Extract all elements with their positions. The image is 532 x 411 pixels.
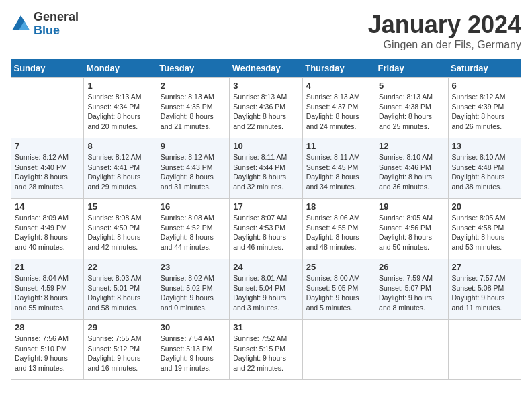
sunset-text: Sunset: 5:07 PM — [379, 284, 431, 292]
week-row-3: 21Sunrise: 8:04 AMSunset: 4:59 PMDayligh… — [11, 259, 521, 320]
day-detail: Sunrise: 8:08 AMSunset: 4:52 PMDaylight:… — [161, 213, 226, 253]
day-detail: Sunrise: 8:10 AMSunset: 4:46 PMDaylight:… — [379, 152, 444, 192]
table-row: 16Sunrise: 8:08 AMSunset: 4:52 PMDayligh… — [157, 199, 229, 259]
sunset-text: Sunset: 4:45 PM — [306, 163, 359, 171]
sunset-text: Sunset: 4:43 PM — [161, 163, 213, 171]
sunset-text: Sunset: 5:04 PM — [233, 284, 285, 292]
day-detail: Sunrise: 8:12 AMSunset: 4:40 PMDaylight:… — [15, 152, 80, 192]
day-number: 7 — [15, 141, 80, 151]
daylight-text: Daylight: 8 hours and 40 minutes. — [15, 233, 68, 251]
day-detail: Sunrise: 8:06 AMSunset: 4:55 PMDaylight:… — [306, 213, 371, 253]
sunrise-text: Sunrise: 8:12 AM — [15, 153, 69, 161]
sunset-text: Sunset: 4:52 PM — [161, 224, 213, 232]
day-number: 28 — [15, 322, 80, 332]
day-number: 8 — [87, 141, 152, 151]
day-detail: Sunrise: 8:02 AMSunset: 5:02 PMDaylight:… — [161, 273, 226, 313]
table-row: 1Sunrise: 8:13 AMSunset: 4:34 PMDaylight… — [84, 78, 157, 138]
daylight-text: Daylight: 8 hours and 53 minutes. — [452, 233, 505, 251]
day-number: 30 — [161, 322, 226, 332]
daylight-text: Daylight: 9 hours and 8 minutes. — [379, 293, 432, 312]
sunset-text: Sunset: 4:58 PM — [452, 224, 504, 232]
sunrise-text: Sunrise: 8:04 AM — [15, 274, 69, 282]
sunset-text: Sunset: 5:02 PM — [161, 284, 213, 292]
sunset-text: Sunset: 5:01 PM — [87, 284, 140, 292]
day-number: 26 — [379, 262, 444, 272]
day-detail: Sunrise: 8:05 AMSunset: 4:58 PMDaylight:… — [452, 213, 517, 253]
day-detail: Sunrise: 8:13 AMSunset: 4:34 PMDaylight:… — [87, 92, 152, 132]
sunset-text: Sunset: 4:53 PM — [233, 224, 285, 232]
week-row-2: 14Sunrise: 8:09 AMSunset: 4:49 PMDayligh… — [11, 199, 521, 259]
day-detail: Sunrise: 7:59 AMSunset: 5:07 PMDaylight:… — [379, 273, 444, 313]
table-row: 12Sunrise: 8:10 AMSunset: 4:46 PMDayligh… — [375, 138, 448, 199]
sunset-text: Sunset: 4:39 PM — [452, 103, 504, 111]
day-detail: Sunrise: 7:57 AMSunset: 5:08 PMDaylight:… — [452, 273, 517, 313]
day-number: 20 — [452, 201, 517, 212]
daylight-text: Daylight: 8 hours and 21 minutes. — [161, 112, 214, 130]
day-detail: Sunrise: 8:13 AMSunset: 4:36 PMDaylight:… — [233, 92, 298, 132]
sunset-text: Sunset: 5:13 PM — [161, 345, 213, 353]
day-number: 1 — [87, 81, 152, 91]
sunset-text: Sunset: 4:38 PM — [379, 103, 431, 111]
table-row: 4Sunrise: 8:13 AMSunset: 4:37 PMDaylight… — [302, 78, 375, 138]
logo-general-text: General — [34, 11, 79, 24]
sunrise-text: Sunrise: 7:55 AM — [87, 334, 141, 342]
day-detail: Sunrise: 7:54 AMSunset: 5:13 PMDaylight:… — [161, 334, 226, 373]
day-detail: Sunrise: 8:13 AMSunset: 4:35 PMDaylight:… — [161, 92, 226, 132]
daylight-text: Daylight: 8 hours and 55 minutes. — [15, 293, 68, 312]
daylight-text: Daylight: 8 hours and 34 minutes. — [306, 173, 359, 191]
day-detail: Sunrise: 7:52 AMSunset: 5:15 PMDaylight:… — [233, 334, 298, 373]
daylight-text: Daylight: 9 hours and 0 minutes. — [161, 293, 214, 312]
logo-blue-text: Blue — [34, 24, 79, 38]
daylight-text: Daylight: 8 hours and 29 minutes. — [87, 173, 140, 191]
table-row: 28Sunrise: 7:56 AMSunset: 5:10 PMDayligh… — [11, 320, 84, 380]
day-number: 6 — [452, 81, 517, 91]
day-number: 12 — [379, 141, 444, 151]
col-saturday: Saturday — [448, 59, 521, 78]
sunrise-text: Sunrise: 8:13 AM — [306, 93, 360, 101]
daylight-text: Daylight: 8 hours and 28 minutes. — [15, 173, 68, 191]
day-number: 9 — [161, 141, 226, 151]
daylight-text: Daylight: 8 hours and 20 minutes. — [87, 112, 140, 130]
daylight-text: Daylight: 8 hours and 32 minutes. — [233, 173, 286, 191]
daylight-text: Daylight: 8 hours and 48 minutes. — [306, 233, 359, 251]
table-row: 13Sunrise: 8:10 AMSunset: 4:48 PMDayligh… — [448, 138, 521, 199]
day-number: 2 — [161, 81, 226, 91]
table-row: 30Sunrise: 7:54 AMSunset: 5:13 PMDayligh… — [157, 320, 229, 380]
day-number: 24 — [233, 262, 298, 272]
day-detail: Sunrise: 8:03 AMSunset: 5:01 PMDaylight:… — [87, 273, 152, 313]
table-row: 19Sunrise: 8:05 AMSunset: 4:56 PMDayligh… — [375, 199, 448, 259]
sunset-text: Sunset: 5:15 PM — [233, 345, 285, 353]
daylight-text: Daylight: 9 hours and 13 minutes. — [15, 354, 68, 372]
table-row: 24Sunrise: 8:01 AMSunset: 5:04 PMDayligh… — [230, 259, 302, 320]
daylight-text: Daylight: 8 hours and 36 minutes. — [379, 173, 432, 191]
day-number: 3 — [233, 81, 298, 91]
day-detail: Sunrise: 8:01 AMSunset: 5:04 PMDaylight:… — [233, 273, 298, 313]
sunrise-text: Sunrise: 7:52 AM — [233, 334, 287, 342]
day-detail: Sunrise: 7:56 AMSunset: 5:10 PMDaylight:… — [15, 334, 80, 373]
daylight-text: Daylight: 8 hours and 58 minutes. — [87, 293, 140, 312]
daylight-text: Daylight: 9 hours and 3 minutes. — [233, 293, 286, 312]
day-number: 5 — [379, 81, 444, 91]
day-number: 4 — [306, 81, 371, 91]
week-row-0: 1Sunrise: 8:13 AMSunset: 4:34 PMDaylight… — [11, 78, 521, 138]
table-row: 2Sunrise: 8:13 AMSunset: 4:35 PMDaylight… — [157, 78, 229, 138]
daylight-text: Daylight: 9 hours and 22 minutes. — [233, 354, 286, 372]
day-number: 11 — [306, 141, 371, 151]
table-row: 23Sunrise: 8:02 AMSunset: 5:02 PMDayligh… — [157, 259, 229, 320]
daylight-text: Daylight: 8 hours and 24 minutes. — [306, 112, 359, 130]
sunrise-text: Sunrise: 8:10 AM — [452, 153, 506, 161]
table-row: 10Sunrise: 8:11 AMSunset: 4:44 PMDayligh… — [230, 138, 302, 199]
table-row: 18Sunrise: 8:06 AMSunset: 4:55 PMDayligh… — [302, 199, 375, 259]
table-row: 17Sunrise: 8:07 AMSunset: 4:53 PMDayligh… — [230, 199, 302, 259]
logo: General Blue — [11, 11, 79, 38]
daylight-text: Daylight: 9 hours and 5 minutes. — [306, 293, 359, 312]
logo-text: General Blue — [34, 11, 79, 38]
sunrise-text: Sunrise: 8:01 AM — [233, 274, 287, 282]
daylight-text: Daylight: 8 hours and 31 minutes. — [161, 173, 214, 191]
day-number: 18 — [306, 201, 371, 212]
table-row: 14Sunrise: 8:09 AMSunset: 4:49 PMDayligh… — [11, 199, 84, 259]
table-row: 22Sunrise: 8:03 AMSunset: 5:01 PMDayligh… — [84, 259, 157, 320]
sunrise-text: Sunrise: 8:00 AM — [306, 274, 360, 282]
day-detail: Sunrise: 8:04 AMSunset: 4:59 PMDaylight:… — [15, 273, 80, 313]
sunrise-text: Sunrise: 8:11 AM — [306, 153, 360, 161]
